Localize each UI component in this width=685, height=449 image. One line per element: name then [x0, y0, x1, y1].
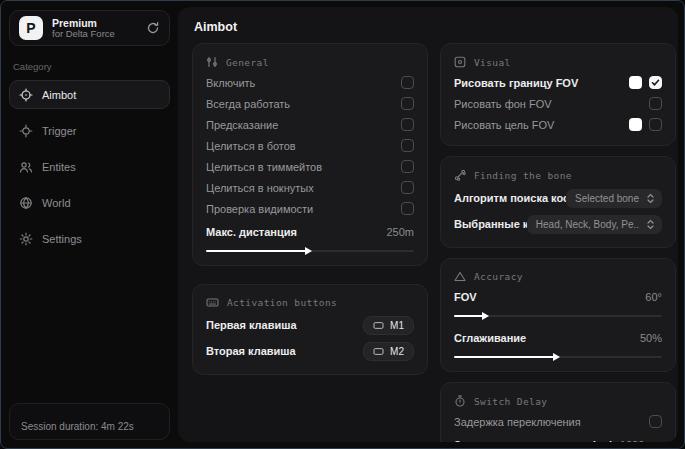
- keybind-value: M1: [390, 320, 404, 331]
- toggle-label: Всегда работать: [206, 98, 290, 110]
- unfold-icon: [646, 219, 655, 230]
- accuracy-panel: Accuracy FOV 60° Сглаживание 50%: [440, 258, 676, 372]
- slider-value: 250m: [386, 226, 414, 238]
- sidebar-item-aimbot[interactable]: Aimbot: [9, 80, 170, 109]
- crosshair-icon: [19, 88, 33, 102]
- keyboard-icon: [206, 297, 219, 308]
- checkbox[interactable]: [649, 76, 662, 89]
- select-value: Selected bone: [575, 193, 639, 204]
- panel-header-label: Finding the bone: [474, 170, 572, 181]
- premium-card[interactable]: P Premium for Delta Force: [9, 10, 170, 46]
- activation-buttons-panel: Activation buttons Первая клавиша M1: [192, 284, 428, 375]
- checkbox[interactable]: [649, 415, 662, 428]
- page-title: Aimbot: [178, 7, 678, 43]
- bone-row: Алгоритм поиска кост Selected bone: [454, 185, 662, 211]
- sync-icon[interactable]: [146, 21, 160, 35]
- checkbox[interactable]: [401, 181, 414, 194]
- slider-row: Сглаживание 50%: [454, 327, 662, 348]
- slider-row: Задержка переключения (мс) 1000 ms: [454, 434, 662, 442]
- toggle-row: Проверка видимости: [206, 198, 414, 219]
- panel-header-label: Visual: [474, 57, 511, 68]
- toggle-row: Предсказание: [206, 114, 414, 135]
- main-content: Aimbot General Включить: [178, 7, 678, 442]
- sidebar-item-entites[interactable]: Entites: [9, 152, 170, 181]
- toggle-label: Проверка видимости: [206, 203, 313, 215]
- bone-icon: [454, 169, 466, 181]
- bone-label: Алгоритм поиска кост: [454, 192, 566, 204]
- session-duration: Session duration: 4m 22s: [9, 403, 170, 440]
- checkbox[interactable]: [401, 160, 414, 173]
- app-window: P Premium for Delta Force Category Aimbo…: [0, 0, 685, 449]
- panel-header-label: General: [226, 57, 269, 68]
- visual-label: Рисовать фон FOV: [454, 98, 552, 110]
- slider-label: Сглаживание: [454, 332, 526, 344]
- toggle-label: Целиться в нокнутых: [206, 182, 314, 194]
- color-swatch[interactable]: [629, 118, 642, 131]
- finding-bone-panel: Finding the bone Алгоритм поиска кост Se…: [440, 156, 676, 248]
- unfold-icon: [646, 193, 655, 204]
- toggle-row: Целиться в ботов: [206, 135, 414, 156]
- entities-icon: [19, 160, 33, 174]
- smoothing-slider[interactable]: [454, 352, 662, 361]
- left-column: General Включить Всегда работать Предска…: [192, 43, 428, 375]
- slider-label: Задержка переключения (мс): [454, 439, 613, 443]
- triangle-icon: [454, 271, 466, 282]
- keybind-label: Первая клавиша: [206, 319, 297, 331]
- app-logo: P: [19, 16, 43, 40]
- checkbox[interactable]: [401, 139, 414, 152]
- slider-label: FOV: [454, 291, 477, 303]
- keybind-button-m2[interactable]: M2: [363, 342, 414, 361]
- toggle-label: Предсказание: [206, 119, 278, 131]
- premium-subtitle: for Delta Force: [52, 29, 115, 40]
- visual-label: Рисовать цель FOV: [454, 119, 554, 131]
- slider-value: 50%: [640, 332, 662, 344]
- sliders-icon: [206, 56, 218, 68]
- max-distance-slider[interactable]: [206, 246, 414, 255]
- toggle-row: Целиться в тиммейтов: [206, 156, 414, 177]
- bone-algorithm-select[interactable]: Selected bone: [566, 189, 662, 208]
- toggle-row: Целиться в нокнутых: [206, 177, 414, 198]
- slider-row: Макс. дистанция 250m: [206, 221, 414, 242]
- visual-row: Рисовать цель FOV: [454, 114, 662, 135]
- checkbox[interactable]: [401, 76, 414, 89]
- select-value: Head, Neck, Body, Pe..: [536, 219, 639, 230]
- checkbox[interactable]: [649, 118, 662, 131]
- slider-row: FOV 60°: [454, 286, 662, 307]
- toggle-label: Целиться в ботов: [206, 140, 296, 152]
- globe-icon: [19, 196, 33, 210]
- panel-header-label: Switch Delay: [474, 396, 547, 407]
- checkbox[interactable]: [401, 118, 414, 131]
- premium-title: Premium: [52, 17, 115, 29]
- toggle-label: Задержка переключения: [454, 416, 581, 428]
- keybind-button-m1[interactable]: M1: [363, 316, 414, 335]
- sidebar-item-world[interactable]: World: [9, 188, 170, 217]
- sidebar-item-settings[interactable]: Settings: [9, 224, 170, 253]
- sidebar-item-label: Aimbot: [42, 89, 76, 101]
- keybind-value: M2: [390, 346, 404, 357]
- mouse-key-icon: [373, 321, 384, 330]
- checkbox[interactable]: [401, 97, 414, 110]
- selected-bones-select[interactable]: Head, Neck, Body, Pe..: [527, 215, 662, 234]
- trigger-icon: [19, 124, 33, 138]
- toggle-label: Включить: [206, 77, 255, 89]
- sidebar-item-trigger[interactable]: Trigger: [9, 116, 170, 145]
- color-swatch[interactable]: [629, 76, 642, 89]
- mouse-key-icon: [373, 347, 384, 356]
- checkbox[interactable]: [401, 202, 414, 215]
- category-label: Category: [13, 61, 166, 72]
- general-panel: General Включить Всегда работать Предска…: [192, 43, 428, 266]
- right-column: Visual Рисовать границу FOV Рисовать фон…: [440, 43, 676, 442]
- visual-row: Рисовать фон FOV: [454, 93, 662, 114]
- toggle-row: Всегда работать: [206, 93, 414, 114]
- panel-header-label: Activation buttons: [227, 297, 337, 308]
- visual-label: Рисовать границу FOV: [454, 77, 578, 89]
- checkbox[interactable]: [649, 97, 662, 110]
- fov-slider[interactable]: [454, 311, 662, 320]
- session-duration-text: Session duration: 4m 22s: [21, 421, 134, 432]
- sidebar-item-label: Settings: [42, 233, 82, 245]
- visual-panel: Visual Рисовать границу FOV Рисовать фон…: [440, 43, 676, 146]
- toggle-row: Включить: [206, 72, 414, 93]
- bone-row: Выбранные кос Head, Neck, Body, Pe..: [454, 211, 662, 237]
- timer-icon: [454, 395, 466, 407]
- bone-label: Выбранные кос: [454, 218, 527, 230]
